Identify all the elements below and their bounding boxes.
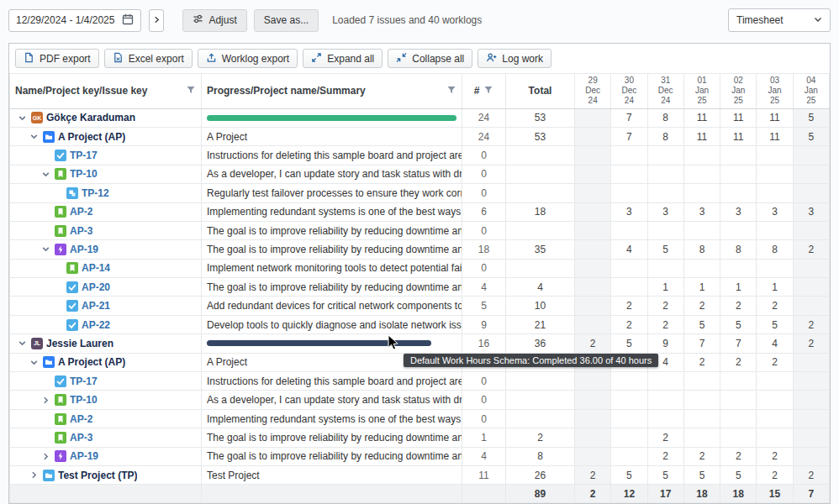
tree-chevron-down-icon[interactable] xyxy=(17,113,28,123)
issue-key-link[interactable]: AP-3 xyxy=(70,225,92,237)
day-hours-cell[interactable] xyxy=(647,146,683,165)
day-hours-cell[interactable]: 11 xyxy=(720,108,757,127)
collapse-all-button[interactable]: Collapse all xyxy=(388,49,472,68)
day-hours-cell[interactable]: 3 xyxy=(647,202,683,221)
day-hours-cell[interactable]: 2 xyxy=(575,465,611,484)
day-hours-cell[interactable]: 1 xyxy=(757,278,793,297)
day-hours-cell[interactable] xyxy=(793,259,829,277)
day-hours-cell[interactable] xyxy=(720,259,757,277)
day-hours-cell[interactable] xyxy=(683,165,720,183)
day-hours-cell[interactable] xyxy=(611,372,647,391)
day-hours-cell[interactable]: 3 xyxy=(757,202,793,221)
issue-row[interactable]: AP-22Develop tools to quickly diagnose a… xyxy=(10,315,830,333)
issue-row[interactable]: AP-3The goal is to improve reliability b… xyxy=(10,221,830,239)
day-hours-cell[interactable] xyxy=(793,372,829,391)
issue-row[interactable]: TP-17Instructions for deleting this samp… xyxy=(10,146,830,165)
issue-row[interactable]: AP-2Implementing redundant systems is on… xyxy=(10,409,830,428)
day-hours-cell[interactable]: 2 xyxy=(647,447,683,465)
issue-row[interactable]: TP-17Instructions for deleting this samp… xyxy=(10,372,830,391)
day-hours-cell[interactable] xyxy=(647,259,683,277)
day-hours-cell[interactable] xyxy=(575,278,611,297)
issue-key-link[interactable]: TP-17 xyxy=(70,150,98,161)
day-hours-cell[interactable]: 5 xyxy=(611,334,647,353)
day-hours-cell[interactable]: 5 xyxy=(683,465,720,484)
day-hours-cell[interactable]: 2 xyxy=(647,428,683,447)
day-hours-cell[interactable] xyxy=(647,221,683,239)
day-hours-cell[interactable] xyxy=(611,447,647,465)
day-hours-cell[interactable]: 1 xyxy=(720,278,757,297)
day-hours-cell[interactable] xyxy=(793,165,829,183)
day-hours-cell[interactable] xyxy=(683,146,720,165)
day-hours-cell[interactable] xyxy=(611,146,647,165)
date-range-picker[interactable]: 12/29/2024 - 1/4/2025 xyxy=(8,9,141,32)
tree-chevron-down-icon[interactable] xyxy=(40,244,51,255)
day-hours-cell[interactable]: 8 xyxy=(683,240,720,259)
day-hours-cell[interactable]: 5 xyxy=(683,315,720,333)
day-hours-cell[interactable] xyxy=(611,409,647,428)
excel-export-button[interactable]: Excel export xyxy=(104,49,193,68)
issue-key-link[interactable]: AP-22 xyxy=(82,319,110,331)
day-hours-cell[interactable]: 2 xyxy=(683,447,720,465)
issue-row[interactable]: AP-20The goal is to improve reliability … xyxy=(10,278,830,297)
day-hours-cell[interactable]: 8 xyxy=(757,240,793,259)
day-hours-cell[interactable] xyxy=(575,409,611,428)
calendar-icon[interactable] xyxy=(122,13,134,28)
user-row[interactable]: JLJessie Lauren16362597742 xyxy=(10,334,830,353)
day-hours-cell[interactable]: 11 xyxy=(683,127,720,145)
day-hours-cell[interactable] xyxy=(720,221,757,239)
day-hours-cell[interactable] xyxy=(683,259,720,277)
day-hours-cell[interactable] xyxy=(793,146,829,165)
day-hours-cell[interactable] xyxy=(611,391,647,409)
day-hours-cell[interactable] xyxy=(683,184,720,202)
day-hours-cell[interactable] xyxy=(757,372,793,391)
day-hours-cell[interactable] xyxy=(793,409,829,428)
day-hours-cell[interactable] xyxy=(683,391,720,409)
day-hours-cell[interactable] xyxy=(720,184,757,202)
day-hours-cell[interactable]: 2 xyxy=(575,334,611,353)
issue-key-link[interactable]: TP-10 xyxy=(70,168,98,180)
issue-key-link[interactable]: AP-19 xyxy=(70,244,98,255)
day-hours-cell[interactable]: 1 xyxy=(647,278,683,297)
tree-chevron-down-icon[interactable] xyxy=(40,169,51,180)
day-hours-cell[interactable]: 9 xyxy=(647,334,683,353)
day-hours-cell[interactable]: 3 xyxy=(793,202,829,221)
issue-key-link[interactable]: AP-20 xyxy=(82,281,110,293)
day-hours-cell[interactable]: 5 xyxy=(757,315,793,333)
issue-row[interactable]: AP-2Implementing redundant systems is on… xyxy=(10,202,830,221)
day-hours-cell[interactable] xyxy=(757,391,793,409)
day-hours-cell[interactable] xyxy=(575,372,611,391)
issue-key-link[interactable]: AP-2 xyxy=(70,413,92,425)
day-hours-cell[interactable] xyxy=(575,146,611,165)
day-hours-cell[interactable] xyxy=(793,391,829,409)
day-hours-cell[interactable] xyxy=(720,428,757,447)
day-hours-cell[interactable] xyxy=(611,221,647,239)
day-hours-cell[interactable] xyxy=(575,315,611,333)
day-hours-cell[interactable]: 2 xyxy=(793,465,829,484)
day-hours-cell[interactable]: 2 xyxy=(720,353,757,371)
day-hours-cell[interactable]: 3 xyxy=(720,202,757,221)
tree-chevron-right-icon[interactable] xyxy=(40,451,51,462)
day-hours-cell[interactable] xyxy=(575,428,611,447)
day-hours-cell[interactable] xyxy=(575,297,611,315)
day-hours-cell[interactable]: 2 xyxy=(611,297,647,315)
progress-bar[interactable] xyxy=(207,340,456,346)
view-selector-dropdown[interactable]: Timesheet xyxy=(728,8,831,32)
day-hours-cell[interactable] xyxy=(757,165,793,183)
issue-row[interactable]: AP-14Implement network monitoring tools … xyxy=(10,259,830,277)
issue-key-link[interactable]: AP-3 xyxy=(70,432,92,444)
day-hours-cell[interactable]: 11 xyxy=(757,108,793,127)
day-hours-cell[interactable] xyxy=(575,127,611,145)
filter-icon[interactable] xyxy=(446,85,456,97)
day-hours-cell[interactable] xyxy=(720,372,757,391)
issue-row[interactable]: AP-21Add redundant devices for critical … xyxy=(10,297,830,315)
day-hours-cell[interactable] xyxy=(793,184,829,202)
tree-chevron-down-icon[interactable] xyxy=(29,357,40,368)
user-row[interactable]: GKGökçe Karaduman2453781111115 xyxy=(10,108,830,127)
issue-key-link[interactable]: AP-2 xyxy=(70,206,92,218)
day-hours-cell[interactable] xyxy=(575,221,611,239)
issue-key-link[interactable]: TP-12 xyxy=(82,187,109,199)
day-hours-cell[interactable]: 2 xyxy=(720,447,757,465)
issue-row[interactable]: TP-10As a developer, I can update story … xyxy=(10,391,830,409)
worklog-export-button[interactable]: Worklog export xyxy=(198,49,298,68)
day-hours-cell[interactable]: 2 xyxy=(793,334,829,353)
